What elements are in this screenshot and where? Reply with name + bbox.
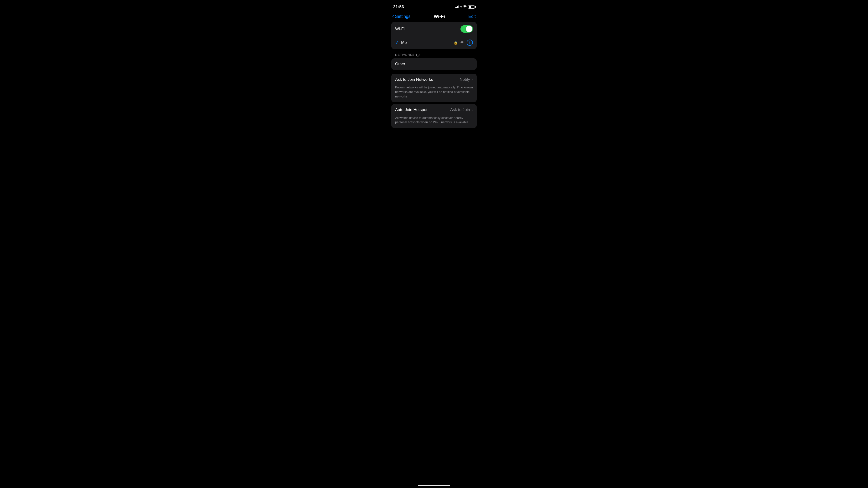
auto-join-hotspot-label: Auto-Join Hotspot: [395, 107, 427, 112]
auto-join-hotspot-value: Ask to Join ›: [450, 107, 473, 112]
networks-section-header: NETWORKS: [391, 53, 477, 58]
ask-to-join-value-text: Notify: [460, 77, 470, 82]
network-right: 🔒 i: [454, 39, 473, 46]
wifi-card: Wi-Fi ✓ Me 🔒 i: [391, 22, 477, 49]
content: Wi-Fi ✓ Me 🔒 i N: [388, 22, 480, 128]
other-network-row[interactable]: Other...: [391, 58, 477, 70]
status-time: 21:53: [393, 4, 404, 9]
ask-to-join-label: Ask to Join Networks: [395, 77, 433, 82]
wifi-network-icon: [460, 41, 464, 44]
back-label: Settings: [395, 14, 410, 19]
info-icon: i: [469, 41, 470, 44]
auto-join-hotspot-description: Allow this device to automatically disco…: [391, 116, 477, 128]
page-title: Wi-Fi: [434, 14, 445, 19]
status-bar: 21:53 ▿: [388, 0, 480, 12]
networks-card: Other...: [391, 58, 477, 70]
auto-join-hotspot-card: Auto-Join Hotspot Ask to Join › Allow th…: [391, 104, 477, 128]
network-info-button[interactable]: i: [467, 39, 473, 46]
other-label: Other...: [395, 62, 408, 66]
auto-join-hotspot-value-text: Ask to Join: [450, 107, 470, 112]
wifi-toggle[interactable]: [461, 25, 473, 33]
loading-spinner-icon: [416, 53, 420, 57]
connected-network-name: Me: [401, 40, 407, 45]
wifi-status-icon: ▿: [460, 5, 467, 9]
connected-network-row[interactable]: ✓ Me 🔒 i: [391, 36, 477, 49]
back-button[interactable]: ‹ Settings: [392, 14, 410, 19]
signal-icon: [455, 5, 459, 8]
wifi-label: Wi-Fi: [395, 27, 405, 31]
checkmark-icon: ✓: [395, 40, 399, 45]
battery-icon: [468, 5, 475, 8]
wifi-toggle-row: Wi-Fi: [391, 22, 477, 36]
ask-to-join-description: Known networks will be joined automatica…: [391, 85, 477, 102]
chevron-right-icon: ›: [471, 77, 473, 82]
ask-to-join-row[interactable]: Ask to Join Networks Notify ›: [391, 74, 477, 85]
edit-button[interactable]: Edit: [468, 14, 476, 19]
ask-to-join-value: Notify ›: [460, 77, 473, 82]
ask-to-join-card: Ask to Join Networks Notify › Known netw…: [391, 74, 477, 102]
network-left: ✓ Me: [395, 40, 407, 45]
networks-label: NETWORKS: [395, 53, 415, 57]
lock-icon: 🔒: [454, 41, 458, 44]
status-icons: ▿: [455, 5, 475, 9]
back-chevron-icon: ‹: [392, 13, 394, 19]
nav-bar: ‹ Settings Wi-Fi Edit: [388, 12, 480, 22]
auto-join-hotspot-row[interactable]: Auto-Join Hotspot Ask to Join ›: [391, 104, 477, 116]
toggle-knob: [466, 26, 472, 32]
chevron-right-icon-2: ›: [471, 107, 473, 112]
